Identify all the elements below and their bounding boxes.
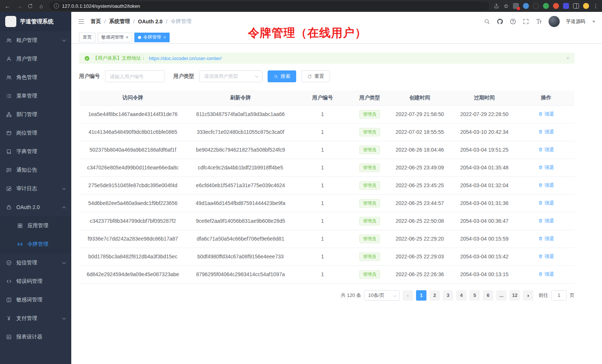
extension-icon[interactable] — [553, 3, 559, 9]
col-access-token: 访问令牌 — [79, 90, 187, 105]
side-panel-icon[interactable] — [573, 3, 579, 9]
force-logout-button[interactable]: 强退 — [538, 200, 554, 206]
sidebar-item-支付管理[interactable]: 支付管理 — [0, 309, 71, 328]
font-size-icon[interactable] — [536, 18, 542, 25]
share-icon[interactable] — [494, 3, 499, 9]
cell-user-id: 1 — [294, 176, 351, 194]
page-button[interactable]: 5 — [470, 290, 480, 301]
breadcrumb-item-system[interactable]: 系统管理 — [109, 18, 130, 25]
sidebar-item-通知公告[interactable]: 通知公告 — [0, 161, 71, 179]
cell-user-id: 1 — [294, 194, 351, 212]
reset-button[interactable]: 重置 — [301, 70, 330, 82]
tab-home[interactable]: 首页 — [79, 33, 95, 42]
table-row: 1ea5e44f8bc1467aaede43144f31de76 811c530… — [79, 105, 575, 123]
user-avatar[interactable] — [549, 16, 560, 27]
extension-icon[interactable] — [543, 3, 549, 9]
sidebar-item-label: 报表设计器 — [16, 334, 42, 340]
bookmark-star-icon[interactable] — [503, 3, 509, 9]
sidebar-item-审计日志[interactable]: 审计日志 — [0, 179, 71, 198]
force-logout-button[interactable]: 强退 — [538, 111, 554, 118]
page-button[interactable]: 12 — [510, 290, 520, 301]
sidebar-item-错误码管理[interactable]: 错误码管理 — [0, 272, 71, 291]
page-unit-label: 页 — [570, 292, 575, 299]
page-button[interactable]: 2 — [429, 290, 440, 301]
github-icon[interactable] — [497, 18, 503, 25]
home-icon[interactable]: ⌂ — [37, 3, 45, 9]
search-icon[interactable] — [484, 18, 490, 25]
sidebar-item-label: 支付管理 — [16, 315, 37, 322]
force-logout-button[interactable]: 强退 — [538, 164, 554, 171]
force-logout-button[interactable]: 强退 — [538, 235, 554, 242]
forward-icon[interactable]: → — [16, 3, 23, 9]
sidebar-item-用户管理[interactable]: 用户管理 — [0, 50, 71, 68]
delete-icon — [538, 147, 543, 152]
cell-actions: 强退 — [518, 248, 575, 265]
cell-user-id: 1 — [294, 105, 351, 123]
user-type-select[interactable]: 请选择用户类型 — [199, 70, 262, 82]
sidebar-item-短信管理[interactable]: 短信管理 — [0, 254, 71, 272]
page-size-select[interactable]: 10条/页 — [364, 290, 400, 301]
force-logout-button[interactable]: 强退 — [538, 182, 554, 189]
back-icon[interactable]: ← — [4, 3, 11, 9]
doc-link[interactable]: https://doc.iocoder.cn/user-center/ — [149, 56, 222, 61]
sidebar-item-字典管理[interactable]: 字典管理 — [0, 142, 71, 161]
sidebar-item-菜单管理[interactable]: 菜单管理 — [0, 87, 71, 105]
yen-icon — [6, 315, 12, 321]
sidebar-item-部门管理[interactable]: 部门管理 — [0, 105, 71, 124]
token-table: 访问令牌 刷新令牌 用户编号 用户类型 创建时间 过期时间 操作 1ea5e44… — [79, 90, 575, 284]
breadcrumb-item-oauth[interactable]: OAuth 2.0 — [138, 19, 163, 24]
close-icon[interactable]: × — [163, 35, 166, 40]
search-button[interactable]: 搜索 — [268, 70, 296, 82]
logo-image — [5, 16, 16, 27]
goto-page-input[interactable] — [551, 290, 567, 301]
extension-icon[interactable] — [533, 3, 539, 9]
user-type-badge: 管理员 — [359, 181, 380, 190]
chevron-down-icon[interactable] — [592, 21, 595, 23]
sidebar-item-报表设计器[interactable]: 报表设计器 — [0, 328, 71, 346]
force-logout-button[interactable]: 强退 — [538, 253, 554, 260]
sidebar-item-label: 岗位管理 — [16, 130, 37, 136]
tab-sensitive-words[interactable]: 敏感词管理 × — [98, 33, 132, 42]
address-bar[interactable]: i 127.0.0.1:1024/system/oauth2/token — [49, 1, 489, 10]
app-logo[interactable]: 芋道管理系统 — [0, 12, 71, 31]
hamburger-icon[interactable] — [78, 18, 85, 25]
user-id-input[interactable] — [105, 70, 164, 82]
extension-icon[interactable] — [523, 3, 529, 9]
app-grid-icon — [17, 223, 23, 229]
extension-icon[interactable] — [563, 3, 569, 9]
fullscreen-icon[interactable] — [523, 18, 529, 25]
page-button[interactable]: 4 — [456, 290, 467, 301]
next-page-button[interactable]: › — [523, 290, 533, 301]
more-pages-button[interactable]: ... — [496, 290, 507, 301]
profile-avatar-icon[interactable] — [583, 3, 589, 9]
force-logout-button[interactable]: 强退 — [538, 218, 554, 224]
force-logout-button[interactable]: 强退 — [538, 129, 554, 135]
close-icon[interactable]: × — [566, 55, 569, 61]
sidebar-item-敏感词管理[interactable]: 敏感词管理 — [0, 291, 71, 309]
cell-user-type: 管理员 — [351, 141, 389, 159]
help-icon[interactable] — [510, 18, 516, 25]
reload-icon[interactable] — [27, 3, 33, 9]
tab-token-management[interactable]: 令牌管理 × — [134, 33, 170, 42]
force-logout-button[interactable]: 强退 — [538, 146, 554, 153]
prev-page-button[interactable]: ‹ — [403, 290, 413, 301]
sidebar-item-OAuth 2.0[interactable]: OAuth 2.0 — [0, 198, 71, 216]
info-icon[interactable]: i — [54, 3, 59, 9]
page-button[interactable]: 1 — [416, 290, 426, 301]
browser-menu-icon[interactable]: ⋮ — [593, 3, 598, 9]
cell-refresh-token: 9ce8ef2aa9f14056b831ae9b608e28d5 — [187, 212, 294, 230]
sidebar-item-角色管理[interactable]: 角色管理 — [0, 68, 71, 87]
breadcrumb-item-home[interactable]: 首页 — [91, 18, 101, 25]
sidebar-item-应用管理[interactable]: 应用管理 — [0, 216, 71, 235]
force-logout-button[interactable]: 强退 — [538, 271, 554, 278]
extension-icon[interactable] — [513, 3, 519, 9]
cell-actions: 强退 — [518, 265, 575, 283]
sidebar-item-令牌管理[interactable]: 令牌管理 — [0, 235, 71, 254]
close-icon[interactable]: × — [126, 35, 128, 40]
sidebar-item-岗位管理[interactable]: 岗位管理 — [0, 124, 71, 142]
page-button[interactable]: 3 — [443, 290, 453, 301]
token-table-body: 1ea5e44f8bc1467aaede43144f31de76 811c530… — [79, 105, 575, 283]
user-type-badge: 管理员 — [359, 270, 380, 279]
page-button[interactable]: 6 — [483, 290, 493, 301]
sidebar-item-租户管理[interactable]: 租户管理 — [0, 31, 71, 50]
